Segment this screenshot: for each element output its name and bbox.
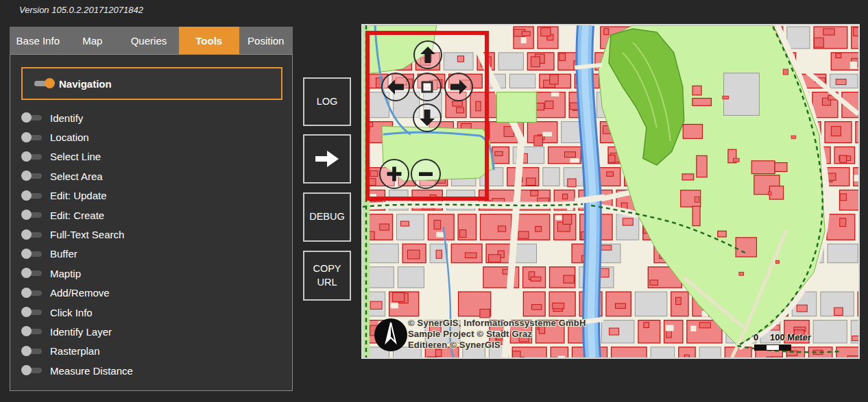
tool-item-location[interactable]: Location <box>10 127 292 147</box>
attribution-line: Editieren © SynerGIS <box>408 340 586 351</box>
toggle-switch[interactable] <box>21 365 43 376</box>
tool-item-rasterplan[interactable]: Rasterplan <box>10 342 292 361</box>
toggle-switch[interactable] <box>21 171 43 181</box>
attribution-line: Sample Project © Stadt Graz <box>408 329 586 340</box>
tool-label: Location <box>50 131 89 143</box>
tool-label: Navigation <box>59 78 112 90</box>
pan-left-arrow-icon <box>385 77 406 97</box>
tab-map[interactable]: Map <box>67 27 119 54</box>
tab-position[interactable]: Position <box>239 27 293 54</box>
toggle-switch[interactable] <box>21 307 43 318</box>
version-label: Version 105.0.2.201712071842 <box>19 5 143 15</box>
toggle-switch[interactable] <box>21 268 43 279</box>
tool-label: Measure Distance <box>50 365 133 377</box>
tool-label: Select Line <box>50 151 101 162</box>
tool-item-select-line[interactable]: Select Line <box>10 147 292 166</box>
pan-right-arrow-icon <box>448 77 469 97</box>
pan-down-button[interactable] <box>413 103 442 132</box>
tool-label: Full-Text Search <box>50 229 124 240</box>
toggle-switch[interactable] <box>21 210 43 221</box>
tool-label: Buffer <box>50 248 77 260</box>
tool-item-click-info[interactable]: Click Info <box>10 303 292 322</box>
tool-item-navigation[interactable]: Navigation <box>21 67 282 100</box>
tab-base-info[interactable]: Base Info <box>10 27 67 54</box>
map-attribution: © SynerGIS, Informationssysteme GmbH Sam… <box>408 318 586 351</box>
toggle-switch[interactable] <box>21 190 43 201</box>
toggle-switch[interactable] <box>21 288 43 299</box>
zoom-in-button[interactable] <box>379 159 409 189</box>
toggle-switch[interactable] <box>21 326 43 337</box>
pan-left-button[interactable] <box>381 73 410 101</box>
tool-item-edit-create[interactable]: Edit: Create <box>10 205 292 225</box>
tool-label: Edit: Create <box>50 210 104 221</box>
tool-label: Click Info <box>50 307 93 318</box>
tool-label: Identify Layer <box>50 326 112 338</box>
pan-up-button[interactable] <box>413 40 442 69</box>
tool-item-add-remove[interactable]: Add/Remove <box>10 284 292 303</box>
toggle-switch[interactable] <box>21 346 43 357</box>
toggle-switch[interactable] <box>21 151 43 162</box>
application-window: Version 105.0.2.201712071842 Base Info M… <box>0 0 868 402</box>
log-button[interactable]: LOG <box>303 77 351 126</box>
tool-label: Maptip <box>50 268 81 279</box>
tool-label: Rasterplan <box>50 345 100 357</box>
copy-url-button[interactable]: COPY URL <box>303 251 351 301</box>
tool-label: Edit: Update <box>50 190 107 201</box>
toggle-switch[interactable] <box>21 249 43 260</box>
recenter-square-icon <box>417 77 437 97</box>
tool-item-identify-layer[interactable]: Identify Layer <box>10 322 292 341</box>
scalebar <box>754 344 791 351</box>
scalebar-end-label: 100 Meter <box>770 332 811 342</box>
pan-down-arrow-icon <box>417 108 437 128</box>
tool-label: Identify <box>50 112 83 124</box>
tool-label: Add/Remove <box>50 287 110 299</box>
scalebar-start-label: 0 <box>754 332 758 342</box>
toggle-switch[interactable] <box>21 229 43 240</box>
tab-bar: Base Info Map Queries Tools Position <box>10 27 293 54</box>
tool-item-buffer[interactable]: Buffer <box>10 244 292 264</box>
toggle-switch[interactable] <box>21 132 43 143</box>
pan-up-arrow-icon <box>418 45 438 65</box>
debug-button[interactable]: DEBUG <box>303 192 351 242</box>
tool-item-edit-update[interactable]: Edit: Update <box>10 186 292 205</box>
compass-north-icon <box>373 317 409 353</box>
arrow-right-icon <box>313 148 341 170</box>
tool-list: Identify Location Select Line Select Are… <box>10 108 292 380</box>
tool-item-identify[interactable]: Identify <box>10 108 292 127</box>
forward-button[interactable] <box>303 134 351 184</box>
tab-queries[interactable]: Queries <box>119 27 179 54</box>
toggle-switch[interactable] <box>21 112 43 123</box>
recenter-button[interactable] <box>413 73 442 101</box>
tool-item-maptip[interactable]: Maptip <box>10 264 292 283</box>
tools-panel: Navigation Identify Location Select Line… <box>10 54 293 391</box>
navigation-toggle-switch[interactable] <box>33 78 55 89</box>
zoom-out-button[interactable] <box>411 159 441 189</box>
tool-item-measure-distance[interactable]: Measure Distance <box>10 361 292 380</box>
pan-right-button[interactable] <box>444 73 473 101</box>
tool-item-full-text-search[interactable]: Full-Text Search <box>10 225 292 244</box>
map-viewport[interactable]: © SynerGIS, Informationssysteme GmbH Sam… <box>361 24 860 359</box>
minus-icon <box>415 164 436 184</box>
tab-tools[interactable]: Tools <box>179 27 239 54</box>
attribution-line: © SynerGIS, Informationssysteme GmbH <box>408 318 586 329</box>
tool-label: Select Area <box>50 171 103 182</box>
plus-icon <box>384 164 405 184</box>
tool-item-select-area[interactable]: Select Area <box>10 166 292 186</box>
